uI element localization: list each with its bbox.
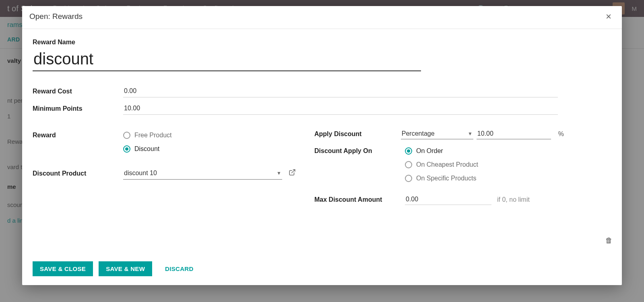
chevron-down-icon: ▼ [468, 131, 473, 137]
modal-header: Open: Rewards × [22, 6, 622, 29]
radio-dot-icon [405, 175, 412, 182]
apply-discount-unit: % [558, 130, 564, 138]
label-reward: Reward [33, 128, 123, 139]
apply-discount-type-select[interactable]: Percentage ▼ [401, 128, 473, 139]
radio-discount[interactable]: Discount [123, 142, 314, 156]
save-close-button[interactable]: SAVE & CLOSE [33, 261, 93, 276]
radio-dot-icon [123, 132, 130, 139]
reward-cost-input[interactable] [123, 85, 558, 97]
max-discount-hint: if 0, no limit [497, 196, 530, 203]
modal-body: Reward Name Reward Cost Minimum Points R… [22, 29, 622, 256]
radio-free-product-label: Free Product [134, 132, 171, 139]
radio-on-order-label: On Order [416, 147, 443, 155]
close-icon[interactable]: × [604, 12, 613, 21]
chevron-down-icon: ▼ [277, 170, 281, 176]
label-reward-cost: Reward Cost [33, 88, 123, 95]
modal-rewards: Open: Rewards × Reward Name Reward Cost … [22, 6, 622, 285]
label-reward-name: Reward Name [33, 39, 607, 46]
radio-on-cheapest[interactable]: On Cheapest Product [405, 158, 564, 172]
label-discount-apply-on: Discount Apply On [314, 144, 405, 155]
label-minimum-points: Minimum Points [33, 105, 123, 112]
label-apply-discount: Apply Discount [314, 130, 401, 138]
apply-discount-value-input[interactable] [477, 128, 551, 139]
reward-name-input[interactable] [33, 48, 421, 71]
discount-product-select[interactable]: discount 10 ▼ [123, 167, 282, 180]
radio-on-specific-label: On Specific Products [416, 175, 476, 182]
radio-on-cheapest-label: On Cheapest Product [416, 161, 478, 168]
radio-on-order[interactable]: On Order [405, 144, 564, 158]
radio-dot-icon [123, 145, 130, 153]
apply-discount-type-value: Percentage [402, 130, 435, 137]
radio-on-specific[interactable]: On Specific Products [405, 172, 564, 185]
discard-button[interactable]: DISCARD [158, 261, 200, 276]
save-new-button[interactable]: SAVE & NEW [99, 261, 152, 276]
trash-icon[interactable]: 🗑 [605, 236, 613, 245]
label-max-discount: Max Discount Amount [314, 196, 405, 203]
minimum-points-input[interactable] [123, 102, 558, 115]
label-discount-product: Discount Product [33, 170, 123, 177]
radio-dot-icon [405, 161, 412, 168]
radio-discount-label: Discount [134, 145, 159, 153]
modal-title: Open: Rewards [29, 12, 83, 21]
svg-line-0 [292, 170, 295, 173]
discount-product-value: discount 10 [124, 170, 157, 177]
radio-free-product[interactable]: Free Product [123, 128, 314, 142]
max-discount-input[interactable] [405, 194, 491, 205]
radio-dot-icon [405, 147, 412, 155]
external-link-icon[interactable] [289, 169, 296, 178]
modal-footer: SAVE & CLOSE SAVE & NEW DISCARD [22, 256, 622, 285]
